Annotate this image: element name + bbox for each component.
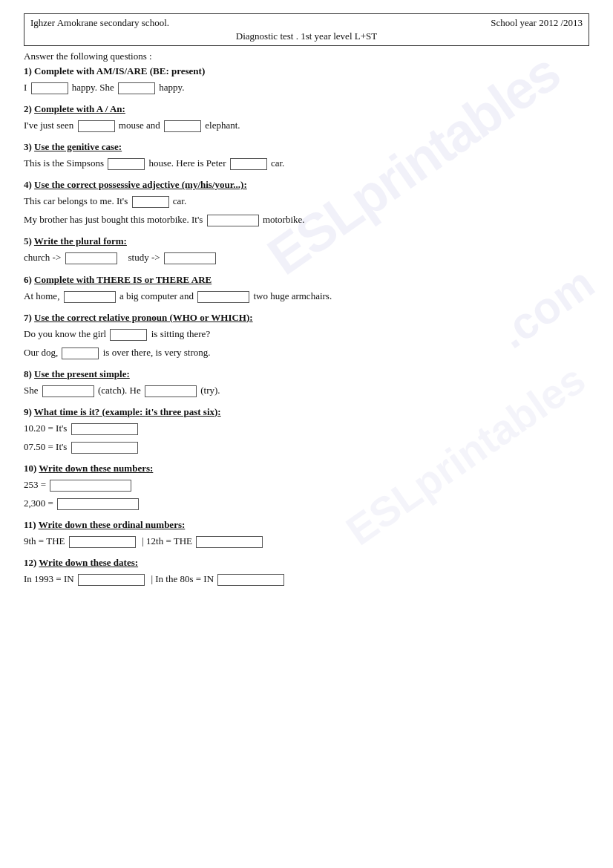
q7-line2: Our dog, is over there, is very strong.: [24, 345, 589, 361]
q5-title: 5) Write the plural form:: [24, 235, 589, 247]
q4-line2: My brother has just bought this motorbik…: [24, 212, 589, 228]
q2-line: I've just seen mouse and elephant.: [24, 117, 589, 134]
q4-line1: This car belongs to me. It's car.: [24, 193, 589, 209]
question-11: 11) Write down these ordinal numbers: 9t…: [24, 519, 589, 549]
q9-line2: 07.50 = It's: [24, 439, 589, 455]
question-6: 6) Complete with THERE IS or THERE ARE A…: [24, 274, 589, 304]
q3-blank2[interactable]: [230, 158, 267, 170]
q7-blank1[interactable]: [110, 329, 147, 341]
q1-line: I happy. She happy.: [24, 79, 589, 96]
q7-blank2[interactable]: [62, 347, 99, 359]
header-box: Ighzer Amokrane secondary school. School…: [24, 13, 589, 46]
q11-blank1[interactable]: [69, 536, 136, 548]
q9-line1: 10.20 = It's: [24, 420, 589, 437]
q6-line: At home, a big computer and two huge arm…: [24, 288, 589, 304]
question-2: 2) Complete with A / An: I've just seen …: [24, 103, 589, 134]
q2-blank2[interactable]: [164, 120, 201, 132]
q12-blank2[interactable]: [217, 574, 284, 586]
question-1: 1) Complete with AM/IS/ARE (BE: present)…: [24, 65, 589, 96]
q9-title: 9) What time is it? (example: it's three…: [24, 406, 589, 418]
instructions: Answer the following questions :: [24, 50, 589, 62]
q5-line: church -> study ->: [24, 249, 589, 266]
q3-blank1[interactable]: [108, 158, 145, 170]
q10-title: 10) Write down these numbers:: [24, 463, 589, 474]
question-10: 10) Write down these numbers: 253 = 2,30…: [24, 463, 589, 512]
q9-blank2[interactable]: [71, 442, 138, 454]
question-3: 3) Use the genitive case: This is the Si…: [24, 141, 589, 172]
q6-blank1[interactable]: [64, 291, 116, 303]
q6-blank2[interactable]: [197, 291, 249, 303]
q5-blank2[interactable]: [164, 252, 216, 264]
q2-title: 2) Complete with A / An:: [24, 103, 589, 115]
q5-blank1[interactable]: [65, 252, 117, 264]
q10-blank2[interactable]: [57, 498, 139, 510]
question-8: 8) Use the present simple: She (catch). …: [24, 368, 589, 399]
q11-blank2[interactable]: [196, 536, 263, 548]
q12-line: In 1993 = IN | In the 80s = IN: [24, 571, 589, 587]
q7-title: 7) Use the correct relative pronoun (WHO…: [24, 312, 589, 324]
question-7: 7) Use the correct relative pronoun (WHO…: [24, 312, 589, 361]
q4-blank1[interactable]: [132, 196, 169, 208]
school-year: School year 2012 /2013: [491, 17, 583, 29]
question-12: 12) Write down these dates: In 1993 = IN…: [24, 557, 589, 587]
q2-blank1[interactable]: [78, 120, 115, 132]
q4-blank2[interactable]: [207, 215, 259, 226]
question-9: 9) What time is it? (example: it's three…: [24, 406, 589, 455]
question-4: 4) Use the correct possessive adjective …: [24, 179, 589, 228]
q3-title: 3) Use the genitive case:: [24, 141, 589, 153]
question-5: 5) Write the plural form: church -> stud…: [24, 235, 589, 266]
q7-line1: Do you know the girl is sitting there?: [24, 326, 589, 342]
test-title: Diagnostic test . 1st year level L+ST: [236, 30, 377, 42]
q6-title: 6) Complete with THERE IS or THERE ARE: [24, 274, 589, 286]
q10-blank1[interactable]: [50, 480, 131, 492]
q11-title: 11) Write down these ordinal numbers:: [24, 519, 589, 531]
q8-title: 8) Use the present simple:: [24, 368, 589, 380]
school-name: Ighzer Amokrane secondary school.: [30, 17, 169, 29]
q10-line2: 2,300 =: [24, 495, 589, 512]
q12-blank1[interactable]: [78, 574, 145, 586]
q4-title: 4) Use the correct possessive adjective …: [24, 179, 589, 191]
q1-title: 1) Complete with AM/IS/ARE (BE: present): [24, 65, 589, 77]
q8-blank1[interactable]: [42, 385, 94, 397]
q12-title: 12) Write down these dates:: [24, 557, 589, 569]
q8-line: She (catch). He (try).: [24, 382, 589, 399]
q1-blank2[interactable]: [118, 82, 155, 94]
q10-line1: 253 =: [24, 477, 589, 493]
q3-line: This is the Simpsons house. Here is Pete…: [24, 155, 589, 172]
q11-line: 9th = THE | 12th = THE: [24, 533, 589, 549]
q8-blank2[interactable]: [145, 385, 197, 397]
q9-blank1[interactable]: [71, 423, 138, 435]
q1-blank1[interactable]: [31, 82, 68, 94]
